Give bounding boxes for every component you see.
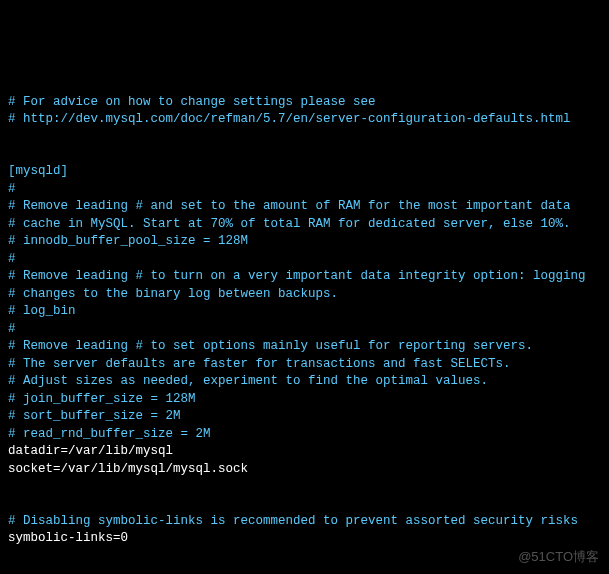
blank-line bbox=[8, 478, 601, 495]
blank-line bbox=[8, 129, 601, 146]
config-line: socket=/var/lib/mysql/mysql.sock bbox=[8, 462, 248, 476]
comment-line: # sort_buffer_size = 2M bbox=[8, 409, 181, 423]
comment-line: # The server defaults are faster for tra… bbox=[8, 357, 511, 371]
comment-line: # http://dev.mysql.com/doc/refman/5.7/en… bbox=[8, 112, 571, 126]
section-mysqld: [mysqld] bbox=[8, 164, 68, 178]
comment-line: # bbox=[8, 252, 16, 266]
comment-line: # Adjust sizes as needed, experiment to … bbox=[8, 374, 488, 388]
blank-line bbox=[8, 548, 601, 565]
config-line: datadir=/var/lib/mysql bbox=[8, 444, 173, 458]
comment-line: # Remove leading # to set options mainly… bbox=[8, 339, 533, 353]
comment-line: # Disabling symbolic-links is recommende… bbox=[8, 514, 578, 528]
comment-line: # Remove leading # to turn on a very imp… bbox=[8, 269, 586, 283]
comment-line: # innodb_buffer_pool_size = 128M bbox=[8, 234, 248, 248]
comment-line: # For advice on how to change settings p… bbox=[8, 95, 376, 109]
comment-line: # Remove leading # and set to the amount… bbox=[8, 199, 571, 213]
comment-line: # log_bin bbox=[8, 304, 76, 318]
comment-line: # bbox=[8, 322, 16, 336]
watermark: @51CTO博客 bbox=[518, 548, 599, 566]
comment-line: # cache in MySQL. Start at 70% of total … bbox=[8, 217, 571, 231]
comment-line: # join_buffer_size = 128M bbox=[8, 392, 196, 406]
comment-line: # read_rnd_buffer_size = 2M bbox=[8, 427, 211, 441]
terminal-content: # For advice on how to change settings p… bbox=[8, 76, 601, 574]
comment-line: # changes to the binary log between back… bbox=[8, 287, 338, 301]
comment-line: # bbox=[8, 182, 16, 196]
config-line: symbolic-links=0 bbox=[8, 531, 128, 545]
